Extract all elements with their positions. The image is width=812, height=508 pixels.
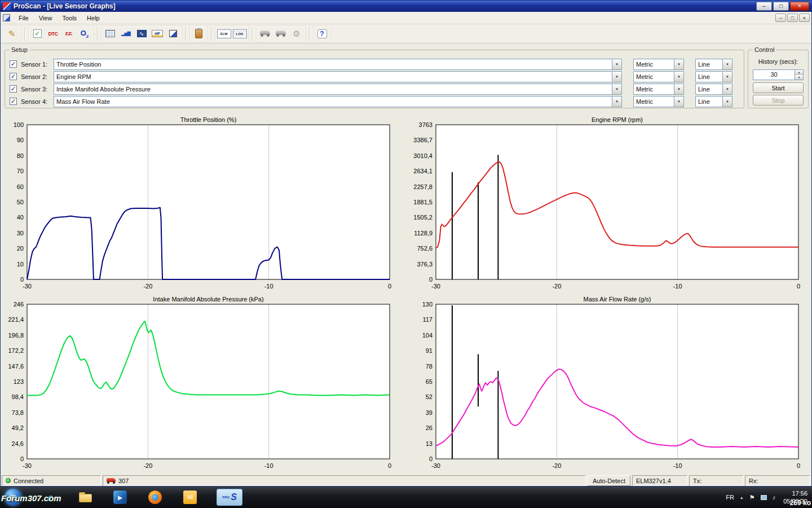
y-tick-label: 123	[14, 378, 24, 385]
minimize-button[interactable]: –	[756, 2, 772, 11]
sensor-1-unit-select[interactable]: Metric▼	[633, 59, 684, 70]
mdi-restore-button[interactable]: □	[787, 14, 798, 22]
sensor-2-checkbox[interactable]: ✓	[10, 73, 17, 80]
tray-expand-icon[interactable]: ▲	[740, 496, 744, 500]
sensor-grid-button[interactable]	[102, 27, 118, 41]
sensor-2-select[interactable]: Engine RPM▼	[54, 71, 622, 82]
proscan-logo-pro: PRO	[222, 496, 230, 499]
mdi-restore-icon: □	[791, 15, 794, 21]
chart-title: Mass Air Flow Rate (g/s)	[584, 296, 651, 303]
log-button[interactable]: LOG	[232, 27, 248, 41]
sensor-4-checkbox[interactable]: ✓	[10, 98, 17, 105]
vehicle-1-button[interactable]	[257, 27, 273, 41]
sensor-row-4: ✓ Sensor 4: Mass Air Flow Rate▼ Metric▼ …	[5, 96, 744, 107]
sensor-3-unit-select[interactable]: Metric▼	[633, 84, 684, 95]
taskbar-item-proscan-active[interactable]: PROS	[217, 489, 242, 506]
taskbar-item-firefox[interactable]	[147, 489, 164, 506]
y-tick-label: 13	[426, 440, 433, 447]
readiness-tests-button[interactable]: ✓	[29, 27, 45, 41]
mdi-close-button[interactable]: ×	[799, 14, 810, 22]
elm-console-button[interactable]: ELM	[216, 27, 232, 41]
y-tick-label: 65	[426, 378, 433, 385]
sensor-3-style-select[interactable]: Line▼	[695, 84, 732, 95]
y-tick-label: 117	[422, 316, 433, 323]
network-icon[interactable]	[761, 495, 767, 500]
start-button[interactable]: Start	[753, 82, 804, 93]
y-tick-label: 246	[14, 301, 24, 308]
x-tick-label: -10	[264, 283, 273, 290]
horsepower-test-button[interactable]: HP	[149, 27, 165, 41]
car-icon	[107, 478, 116, 482]
help-button[interactable]: ?	[314, 27, 330, 41]
engine-rpm-chart[interactable]: Engine RPM (rpm)37633386,73010,42634,122…	[409, 116, 812, 295]
x-tick-label: 0	[797, 283, 800, 290]
line-graph-icon: ∿	[137, 30, 147, 37]
volume-icon[interactable]: ♪	[773, 494, 776, 501]
flag-icon[interactable]: ⚑	[749, 494, 755, 501]
sensor-2-style-select[interactable]: Line▼	[695, 71, 732, 82]
title-bar: ProScan - [Live Sensor Graphs] – □ ×	[0, 0, 812, 12]
throttle-position-chart[interactable]: Throttle Position (%)1009080706050403020…	[0, 116, 403, 295]
dtc-icon: DTC	[48, 31, 58, 37]
sensor-4-style-select[interactable]: Line▼	[695, 96, 732, 107]
proscan-logo-icon: S	[231, 492, 237, 502]
chart-title: Engine RPM (rpm)	[592, 116, 643, 123]
toolbar-separator	[97, 27, 98, 41]
freeze-frame-button[interactable]: F.F.	[61, 27, 77, 41]
auto-detect-button[interactable]: Auto-Detect	[588, 475, 630, 486]
spinner-down-button[interactable]: ▼	[795, 75, 803, 80]
report-button[interactable]	[165, 27, 181, 41]
spinner-up-button[interactable]: ▲	[795, 70, 803, 75]
y-tick-label: 50	[17, 199, 24, 205]
y-tick-label: 78	[426, 363, 433, 370]
elm-icon: ELM	[217, 29, 231, 38]
taskbar-item-media-player[interactable]: ▶	[112, 489, 129, 506]
sensor-bars-button[interactable]: ▂▅▇	[118, 27, 134, 41]
maximize-button[interactable]: □	[773, 2, 789, 11]
menu-file[interactable]: File	[14, 13, 34, 23]
sensor-4-unit-select[interactable]: Metric▼	[633, 96, 684, 107]
dtc-button[interactable]: DTC	[45, 27, 61, 41]
sensor-2-unit-select[interactable]: Metric▼	[633, 71, 684, 82]
taskbar-item-outlook[interactable]: ✉	[182, 489, 198, 506]
sensor-3-select[interactable]: Intake Manifold Absolute Pressure▼	[54, 84, 622, 95]
connect-button[interactable]: ✎	[4, 27, 20, 41]
setup-group-label: Setup	[10, 46, 29, 53]
menu-bar: File View Tools Help – □ ×	[0, 12, 812, 24]
intake-map-chart[interactable]: Intake Manifold Absolute Pressure (kPa)2…	[0, 295, 403, 475]
clipboard-button[interactable]	[191, 27, 206, 41]
sensor-1-checkbox[interactable]: ✓	[10, 60, 17, 68]
y-tick-label: 49,2	[12, 424, 24, 431]
o2-icon: O2	[81, 29, 89, 39]
chart-canvas: Throttle Position (%)1009080706050403020…	[0, 116, 403, 295]
sensor-1-style-select[interactable]: Line▼	[695, 59, 732, 70]
report-icon	[169, 30, 177, 37]
sensor-1-select[interactable]: Throttle Position▼	[54, 59, 622, 70]
mdi-minimize-button[interactable]: –	[775, 14, 786, 22]
o2-sensors-button[interactable]: O2	[77, 27, 92, 41]
connection-status-panel: Connected	[2, 475, 101, 486]
mass-air-flow-chart[interactable]: Mass Air Flow Rate (g/s)1301171049178655…	[409, 295, 812, 475]
chart-title: Intake Manifold Absolute Pressure (kPa)	[153, 296, 263, 303]
x-tick-label: 0	[388, 462, 391, 469]
chevron-down-icon: ▼	[674, 84, 683, 94]
menu-tools[interactable]: Tools	[57, 13, 82, 23]
history-spinner[interactable]: 30 ▲ ▼	[753, 69, 804, 80]
live-graphs-button[interactable]: ∿	[134, 27, 149, 41]
language-indicator[interactable]: FR	[726, 494, 734, 501]
y-tick-label: 2634,1	[413, 168, 433, 174]
close-button[interactable]: ×	[790, 2, 809, 11]
y-tick-label: 0	[20, 276, 24, 283]
sensor-4-select[interactable]: Mass Air Flow Rate▼	[54, 96, 622, 107]
x-tick-label: -30	[431, 462, 440, 469]
taskbar-item-explorer[interactable]	[77, 489, 94, 506]
menu-help[interactable]: Help	[82, 13, 105, 23]
check-icon: ✓	[11, 61, 16, 67]
sensor-3-checkbox[interactable]: ✓	[10, 85, 17, 93]
vehicle-2-button[interactable]	[273, 27, 289, 41]
up-icon: ▲	[798, 71, 801, 74]
child-window-icon	[3, 14, 10, 21]
y-tick-label: 3386,7	[413, 137, 433, 143]
menu-view[interactable]: View	[34, 13, 58, 23]
settings-button[interactable]: ⚙	[289, 27, 304, 41]
